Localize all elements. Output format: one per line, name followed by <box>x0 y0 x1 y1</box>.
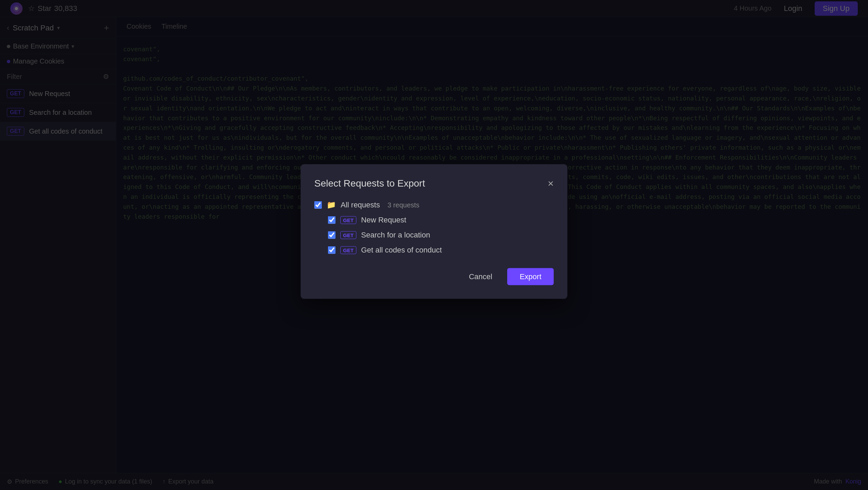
modal-close-button[interactable]: × <box>548 178 554 189</box>
request-count: 3 requests <box>387 201 419 209</box>
modal-header: Select Requests to Export × <box>314 178 554 189</box>
cancel-button[interactable]: Cancel <box>459 268 502 285</box>
folder-icon: 📁 <box>327 201 336 209</box>
all-requests-label: All requests <box>341 201 380 209</box>
method-tag-2: GET <box>340 246 356 254</box>
request-label-2: Get all codes of conduct <box>361 246 442 255</box>
all-requests-checkbox[interactable] <box>314 201 322 209</box>
request-checkbox-2[interactable] <box>328 246 336 254</box>
request-export-item-1[interactable]: GET Search for a location <box>314 231 554 240</box>
modal-title: Select Requests to Export <box>314 178 425 189</box>
modal-footer: Cancel Export <box>314 268 554 285</box>
checkbox-group: 📁 All requests 3 requests GET New Reques… <box>314 201 554 255</box>
export-modal: Select Requests to Export × 📁 All reques… <box>301 164 567 299</box>
request-label-0: New Request <box>361 216 406 224</box>
all-requests-item[interactable]: 📁 All requests 3 requests <box>314 201 554 209</box>
request-checkbox-1[interactable] <box>328 231 336 239</box>
request-export-item-0[interactable]: GET New Request <box>314 216 554 224</box>
request-checkbox-0[interactable] <box>328 216 336 224</box>
method-tag-0: GET <box>340 216 356 224</box>
request-export-item-2[interactable]: GET Get all codes of conduct <box>314 246 554 255</box>
method-tag-1: GET <box>340 231 356 239</box>
export-button[interactable]: Export <box>507 268 554 285</box>
request-label-1: Search for a location <box>361 231 430 240</box>
